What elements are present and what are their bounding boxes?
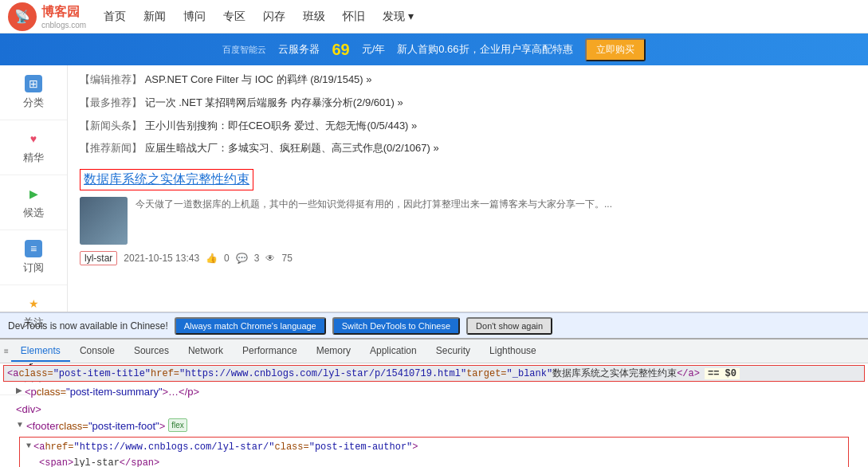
devtools-area: ≡ Elements Console Sources Network Perfo… bbox=[0, 338, 868, 467]
tag-div: <div> bbox=[16, 402, 41, 418]
views-count: 75 bbox=[281, 253, 292, 264]
tab-sources[interactable]: Sources bbox=[124, 341, 179, 362]
nav-zone[interactable]: 专区 bbox=[222, 6, 247, 27]
sidebar: ⊞ 分类 ♥ 精华 ▶ 候选 ≡ 订阅 ★ 关注 💬 我评 bbox=[0, 65, 68, 312]
sidebar-label-category: 分类 bbox=[23, 96, 44, 110]
attr-class: class= bbox=[18, 368, 53, 379]
ad-prefix: 百度智能云 bbox=[222, 44, 266, 56]
content-area: 【编辑推荐】 ASP.NET Core Filter 与 IOC 的羁绊 (8/… bbox=[68, 65, 868, 312]
post-item-2: 【新闻头条】 王小川告别搜狗：即任CEO职务 爱过、无怨无悔(0/5/443) … bbox=[80, 118, 856, 135]
ad-unit: 元/年 bbox=[362, 42, 386, 57]
logo-name: 博客园 bbox=[41, 5, 80, 18]
sidebar-item-subscribe[interactable]: ≡ 订阅 bbox=[0, 230, 67, 285]
logo-text-area: 博客园 cnblogs.com bbox=[41, 4, 86, 29]
post-item-3: 【推荐新闻】 应届生暗战大厂：多城实习、疯狂刷题、高三式作息(0/2/1067)… bbox=[80, 140, 856, 157]
attr-p-class-val: "post-item-summary" bbox=[66, 384, 162, 400]
sidebar-item-follow[interactable]: ★ 关注 bbox=[0, 285, 67, 340]
post-author-line: lyl-star 2021-10-15 13:43 👍 0 💬 3 👁 75 bbox=[80, 251, 856, 265]
ad-banner: 百度智能云 云服务器 69 元/年 新人首购0.66折，企业用户享高配特惠 立即… bbox=[0, 33, 868, 65]
post-item-0: 【编辑推荐】 ASP.NET Core Filter 与 IOC 的羁绊 (8/… bbox=[80, 72, 856, 88]
tag-footer: <footer bbox=[26, 418, 59, 434]
post-link-1[interactable]: 记一次 .NET 某招聘网后端服务 内存暴涨分析(2/9/601) » bbox=[145, 96, 403, 108]
tag-span: <span> bbox=[39, 456, 73, 468]
tab-performance[interactable]: Performance bbox=[233, 341, 307, 362]
post-link-2[interactable]: 王小川告别搜狗：即任CEO职务 爱过、无怨无悔(0/5/443) » bbox=[145, 120, 418, 131]
sidebar-label-candidate: 候选 bbox=[23, 206, 44, 220]
likes-count: 0 bbox=[224, 253, 230, 264]
sidebar-item-candidate[interactable]: ▶ 候选 bbox=[0, 175, 67, 230]
nav-bwen[interactable]: 博问 bbox=[182, 6, 207, 27]
ad-desc: 新人首购0.66折，企业用户享高配特惠 bbox=[397, 42, 572, 57]
post-link-0[interactable]: ASP.NET Core Filter 与 IOC 的羁绊 (8/19/1545… bbox=[145, 73, 372, 85]
sidebar-item-featured[interactable]: ♥ 精华 bbox=[0, 120, 67, 175]
star-icon: ★ bbox=[25, 295, 42, 312]
code-author-a-line: ▼ <a href= "https://www.cnblogs.com/lyl-… bbox=[23, 439, 845, 455]
post-date: 2021-10-15 13:43 bbox=[124, 253, 199, 264]
expand-footer[interactable]: ▼ bbox=[16, 418, 24, 430]
btn-dismiss[interactable]: Don't show again bbox=[466, 317, 552, 335]
attr-target-val: "_blank" bbox=[507, 368, 553, 379]
play-icon: ▶ bbox=[25, 185, 42, 202]
btn-match-language[interactable]: Always match Chrome's language bbox=[175, 317, 326, 335]
btn-switch-chinese[interactable]: Switch DevTools to Chinese bbox=[332, 317, 460, 335]
tag-close-a: </a> bbox=[677, 368, 700, 379]
tab-elements[interactable]: Elements bbox=[11, 341, 70, 362]
tab-network[interactable]: Network bbox=[179, 341, 233, 362]
devtools-tabs: ≡ Elements Console Sources Network Perfo… bbox=[0, 339, 868, 363]
attr-footer-class: class= bbox=[59, 418, 88, 434]
tab-console[interactable]: Console bbox=[70, 341, 124, 362]
attr-footer-class-val: "post-item-foot" bbox=[88, 418, 159, 434]
code-author-block: ▼ <a href= "https://www.cnblogs.com/lyl-… bbox=[19, 437, 849, 468]
subscribe-icon: ≡ bbox=[25, 240, 42, 257]
comments-count: 3 bbox=[254, 253, 260, 264]
top-nav: 📡 博客园 cnblogs.com 首页 新闻 博问 专区 闪存 班级 怀旧 发… bbox=[0, 0, 868, 33]
attr-author-class: class= bbox=[274, 440, 308, 454]
author-name[interactable]: lyl-star bbox=[80, 251, 117, 265]
nav-discover[interactable]: 发现 ▾ bbox=[381, 6, 415, 27]
nav-class[interactable]: 班级 bbox=[301, 6, 327, 27]
code-span-line: <span> lyl-star </span> bbox=[23, 455, 845, 468]
logo-sub: cnblogs.com bbox=[41, 21, 86, 29]
tag-p: <p bbox=[25, 384, 37, 400]
tag-author-a: <a bbox=[33, 440, 45, 454]
featured-post-summary-area: 今天做了一道数据库的上机题，其中的一些知识觉得挺有用的，因此打算整理出来一篇博客… bbox=[136, 197, 612, 245]
expand-author[interactable]: ▼ bbox=[26, 440, 31, 452]
sidebar-item-category[interactable]: ⊞ 分类 bbox=[0, 65, 67, 120]
span-content: lyl-star bbox=[73, 456, 120, 468]
nav-flash[interactable]: 闪存 bbox=[261, 6, 287, 27]
attr-href-val: "https://www.cnblogs.com/lyl-star/p/1541… bbox=[179, 368, 466, 379]
tab-security[interactable]: Security bbox=[426, 341, 480, 362]
tag-open-a: <a bbox=[7, 368, 18, 379]
attr-author-href: href= bbox=[45, 440, 73, 454]
ad-button[interactable]: 立即购买 bbox=[585, 38, 646, 61]
expand-p[interactable]: ▶ bbox=[16, 384, 22, 396]
tab-memory[interactable]: Memory bbox=[307, 341, 360, 362]
logo-wifi-icon: 📡 bbox=[14, 9, 30, 24]
featured-post-title[interactable]: 数据库系统之实体完整性约束 bbox=[80, 169, 253, 190]
tab-application[interactable]: Application bbox=[360, 341, 426, 362]
tab-lighthouse[interactable]: Lighthouse bbox=[480, 341, 546, 362]
nav-news[interactable]: 新闻 bbox=[142, 6, 167, 27]
devtools-code-panel: <a class= "post-item-title" href= "https… bbox=[0, 363, 868, 467]
category-icon: ⊞ bbox=[25, 75, 42, 92]
post-summary: 今天做了一道数据库的上机题，其中的一些知识觉得挺有用的，因此打算整理出来一篇博客… bbox=[136, 197, 612, 211]
nav-home[interactable]: 首页 bbox=[102, 6, 128, 27]
post-thumbnail bbox=[80, 197, 128, 245]
code-highlighted-line[interactable]: <a class= "post-item-title" href= "https… bbox=[3, 365, 865, 382]
ad-title: 云服务器 bbox=[278, 42, 320, 57]
post-link-3[interactable]: 应届生暗战大厂：多城实习、疯狂刷题、高三式作息(0/2/1067) » bbox=[145, 142, 439, 154]
notify-text: DevTools is now available in Chinese! bbox=[8, 320, 168, 332]
attr-author-class-val: "post-item-author" bbox=[309, 440, 413, 454]
eq-marker: == $0 bbox=[705, 368, 740, 379]
view-icon: 👁 bbox=[265, 253, 275, 264]
post-tag-2: 【新闻头条】 bbox=[80, 120, 142, 131]
devtools-expand[interactable]: ≡ bbox=[4, 347, 9, 355]
flex-badge: flex bbox=[168, 418, 187, 432]
nav-nostalgia[interactable]: 怀旧 bbox=[341, 6, 367, 27]
like-icon: 👍 bbox=[206, 253, 218, 264]
code-p-line: ▶ <p class= "post-item-summary" >…</p> bbox=[0, 383, 868, 401]
heart-icon: ♥ bbox=[25, 130, 42, 147]
tag-span-close: </span> bbox=[120, 456, 159, 468]
featured-post-body: 今天做了一道数据库的上机题，其中的一些知识觉得挺有用的，因此打算整理出来一篇博客… bbox=[80, 197, 856, 245]
attr-target: target= bbox=[466, 368, 506, 379]
